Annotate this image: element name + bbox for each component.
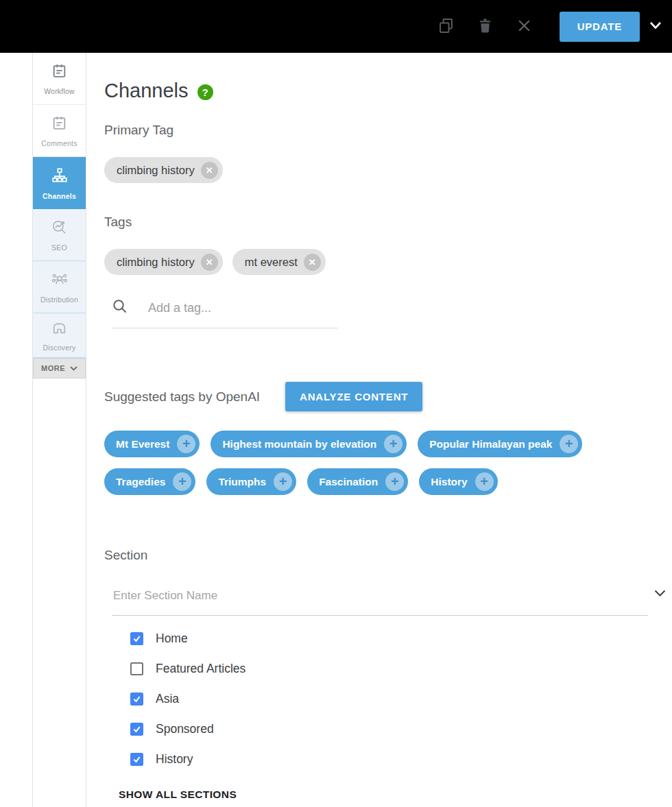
sidebar-item-discovery[interactable]: Discovery xyxy=(33,313,86,358)
share-network-icon xyxy=(51,270,69,291)
duplicate-button[interactable] xyxy=(437,17,455,36)
sidebar-item-label: Distribution xyxy=(40,296,78,304)
suggested-tag-label: Mt Everest xyxy=(116,438,169,450)
search-icon xyxy=(112,298,128,317)
suggested-tag-label: Popular Himalayan peak xyxy=(429,438,552,450)
tag-chip-label: mt everest xyxy=(245,256,298,269)
section-checkbox-label: Sponsored xyxy=(156,722,214,736)
suggested-tag-pill[interactable]: History + xyxy=(419,468,497,495)
tag-chip-label: climbing history xyxy=(117,256,195,269)
close-button[interactable] xyxy=(515,17,533,36)
tag-chip: mt everest ✕ xyxy=(232,249,326,275)
chevron-down-icon xyxy=(649,21,662,32)
tag-chips: climbing history ✕ mt everest ✕ xyxy=(104,249,672,275)
suggested-tag-pill[interactable]: Triumphs + xyxy=(206,468,296,495)
tag-chip: climbing history ✕ xyxy=(104,157,223,183)
sidebar-item-label: SEO xyxy=(51,243,67,252)
suggested-tag-pill[interactable]: Fascination + xyxy=(307,468,408,495)
suggested-tag-pill[interactable]: Mt Everest + xyxy=(104,431,200,457)
remove-tag-icon[interactable]: ✕ xyxy=(201,254,218,271)
section-checkbox-list: Home Featured Articles Asia xyxy=(130,632,672,766)
trash-icon xyxy=(477,17,494,36)
section-checkbox-label: Asia xyxy=(156,692,179,706)
section-row[interactable]: Sponsored xyxy=(130,723,672,736)
sidebar-item-label: Comments xyxy=(41,139,77,147)
add-suggested-tag-icon[interactable]: + xyxy=(384,435,403,453)
section-label: Section xyxy=(104,548,672,563)
section-checkbox[interactable] xyxy=(130,723,143,736)
remove-tag-icon[interactable]: ✕ xyxy=(201,162,218,179)
section-checkbox-label: History xyxy=(156,752,193,767)
suggested-tag-label: History xyxy=(431,476,467,488)
suggested-tag-pill[interactable]: Tragedies + xyxy=(104,468,195,495)
more-label: MORE xyxy=(41,364,65,372)
show-all-sections-button[interactable]: SHOW ALL SECTIONS xyxy=(119,788,237,801)
add-suggested-tag-icon[interactable]: + xyxy=(475,472,494,491)
clipboard-icon xyxy=(51,62,68,82)
tag-chip: climbing history ✕ xyxy=(104,249,223,275)
remove-tag-icon[interactable]: ✕ xyxy=(304,254,321,271)
section-name-field xyxy=(112,588,648,616)
section-row[interactable]: Home xyxy=(130,632,672,645)
section-row[interactable]: Asia xyxy=(130,692,672,706)
add-suggested-tag-icon[interactable]: + xyxy=(274,472,292,491)
sidebar-item-label: Discovery xyxy=(43,344,76,352)
section-checkbox-label: Featured Articles xyxy=(156,662,245,676)
close-icon xyxy=(516,17,533,36)
sitemap-icon xyxy=(51,167,69,187)
section-checkbox[interactable] xyxy=(130,692,143,706)
suggested-tag-pills: Mt Everest + Highest mountain by elevati… xyxy=(104,431,627,495)
primary-tag-label: Primary Tag xyxy=(104,123,672,138)
suggested-tag-label: Highest mountain by elevation xyxy=(222,438,376,450)
section-name-input[interactable] xyxy=(112,588,621,603)
update-dropdown-button[interactable] xyxy=(648,19,663,34)
sidebar-item-comments[interactable]: Comments xyxy=(33,105,86,157)
sidebar-item-distribution[interactable]: Distribution xyxy=(33,261,86,313)
channels-panel: Channels ? Primary Tag climbing history … xyxy=(86,53,672,807)
section-checkbox[interactable] xyxy=(130,662,143,675)
duplicate-icon xyxy=(437,16,455,37)
add-suggested-tag-icon[interactable]: + xyxy=(560,435,578,453)
tags-label: Tags xyxy=(104,215,672,230)
update-button[interactable]: UPDATE xyxy=(560,12,640,42)
add-tag-input[interactable] xyxy=(147,300,338,316)
suggested-tags-label: Suggested tags by OpenAI xyxy=(104,389,260,405)
suggested-tag-pill[interactable]: Popular Himalayan peak + xyxy=(418,431,582,457)
sidebar-item-label: Channels xyxy=(43,192,76,200)
sidebar-item-channels[interactable]: Channels xyxy=(33,157,86,209)
section-checkbox[interactable] xyxy=(130,632,143,645)
delete-button[interactable] xyxy=(476,17,494,36)
top-action-bar: UPDATE xyxy=(0,0,672,53)
binoculars-icon xyxy=(51,319,68,339)
suggested-tag-pill[interactable]: Highest mountain by elevation + xyxy=(211,431,407,457)
primary-tag-chips: climbing history ✕ xyxy=(104,157,672,183)
section-dropdown-button[interactable] xyxy=(654,589,666,599)
suggested-tag-label: Triumphs xyxy=(218,476,266,488)
suggested-tag-label: Fascination xyxy=(319,476,378,488)
chevron-down-icon xyxy=(654,589,666,599)
suggested-tag-label: Tragedies xyxy=(116,476,165,488)
section-checkbox-label: Home xyxy=(156,631,188,646)
section-row[interactable]: Featured Articles xyxy=(130,662,672,675)
add-tag-field xyxy=(112,298,338,328)
chevron-down-icon xyxy=(70,364,77,372)
add-suggested-tag-icon[interactable]: + xyxy=(173,472,191,491)
help-icon[interactable]: ? xyxy=(197,84,213,100)
seo-analytics-icon xyxy=(51,218,69,239)
section-row[interactable]: History xyxy=(130,753,672,766)
add-suggested-tag-icon[interactable]: + xyxy=(177,435,195,453)
add-suggested-tag-icon[interactable]: + xyxy=(385,472,404,491)
sidebar-item-label: Workflow xyxy=(44,87,75,95)
clipboard-icon xyxy=(51,115,68,134)
sidebar-item-workflow[interactable]: Workflow xyxy=(33,53,86,105)
section-checkbox[interactable] xyxy=(130,753,143,766)
sidebar-item-seo[interactable]: SEO xyxy=(33,209,86,261)
tag-chip-label: climbing history xyxy=(117,164,195,177)
page-title: Channels xyxy=(104,80,189,102)
analyze-content-button[interactable]: ANALYZE CONTENT xyxy=(285,382,422,411)
right-rail-sidebar: Workflow Comments Channels xyxy=(32,53,86,807)
sidebar-more-button[interactable]: MORE xyxy=(33,358,86,378)
